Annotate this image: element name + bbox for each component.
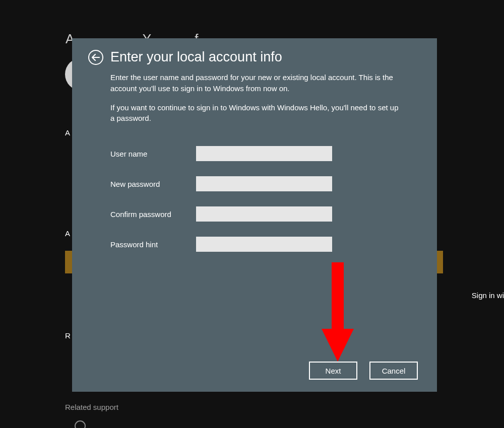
cancel-button[interactable]: Cancel: [369, 362, 418, 380]
dialog-header: Enter your local account info: [88, 49, 421, 65]
username-label: User name: [110, 150, 196, 158]
background-section-label: A: [65, 128, 70, 137]
related-support-heading: Related support: [65, 403, 118, 411]
form-row-username: User name: [110, 146, 421, 161]
username-input[interactable]: [196, 146, 332, 161]
new-password-input[interactable]: [196, 176, 332, 191]
form-row-password-hint: Password hint: [110, 237, 421, 252]
next-button[interactable]: Next: [309, 362, 357, 380]
background-signin-fragment: Sign in wi: [472, 291, 504, 300]
dialog-description: Enter the user name and password for you…: [110, 72, 399, 94]
password-hint-label: Password hint: [110, 240, 196, 249]
form-row-confirm-password: Confirm password: [110, 206, 421, 222]
new-password-label: New password: [110, 180, 196, 188]
password-hint-input[interactable]: [196, 237, 332, 252]
dialog-description-secondary: If you want to continue to sign in to Wi…: [110, 102, 399, 124]
back-button[interactable]: [88, 50, 103, 65]
background-section-label: R: [65, 331, 71, 340]
confirm-password-input[interactable]: [196, 206, 332, 222]
back-arrow-icon: [92, 54, 100, 61]
local-account-dialog: Enter your local account info Enter the …: [72, 38, 437, 392]
background-section-label: A: [65, 229, 70, 238]
dialog-title: Enter your local account info: [110, 49, 282, 65]
globe-icon: [75, 420, 86, 428]
form-row-new-password: New password: [110, 176, 421, 191]
confirm-password-label: Confirm password: [110, 210, 196, 219]
dialog-footer: Next Cancel: [88, 362, 421, 380]
form-area: User name New password Confirm password …: [110, 146, 421, 267]
